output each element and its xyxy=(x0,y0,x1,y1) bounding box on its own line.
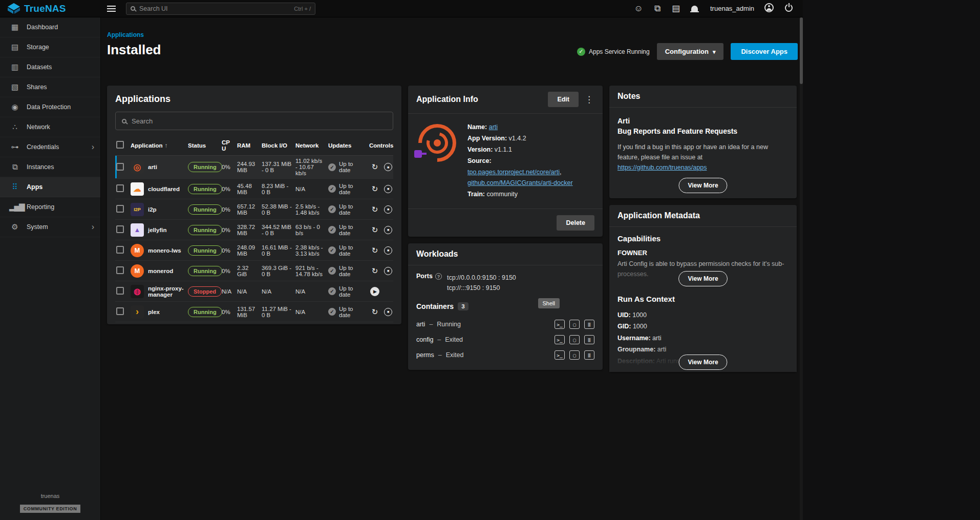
stop-app-button[interactable]: ■ xyxy=(382,245,394,256)
sidebar-item[interactable]: ▥ Datasets xyxy=(0,57,100,77)
notes-view-more-button[interactable]: View More xyxy=(678,178,727,193)
row-checkbox[interactable] xyxy=(116,184,124,192)
sidebar-item[interactable]: ∴ Network xyxy=(0,117,100,137)
power-menu-button[interactable] xyxy=(784,3,794,14)
discover-apps-button[interactable]: Discover Apps xyxy=(731,43,798,60)
source-link-1[interactable]: tpo.pages.torproject.net/core/arti xyxy=(467,169,560,176)
application-table-row[interactable]: › plex Running 0% 131.57 MiB 11.27 MiB -… xyxy=(115,302,393,322)
sidebar-item[interactable]: ⊶ Credentials › xyxy=(0,137,100,157)
scrollbar-thumb[interactable] xyxy=(800,17,803,84)
start-app-button[interactable]: ▶ xyxy=(369,286,380,297)
container-volumes-button[interactable]: ▢ xyxy=(569,320,580,329)
row-checkbox[interactable] xyxy=(116,246,124,254)
configuration-button[interactable]: Configuration▾ xyxy=(657,43,724,60)
app-icon: M xyxy=(131,264,144,278)
row-checkbox[interactable] xyxy=(116,266,124,274)
delete-button[interactable]: Delete xyxy=(557,215,594,231)
container-shell-button[interactable]: >_ xyxy=(555,350,565,360)
container-shell-button[interactable]: >_ xyxy=(555,320,565,329)
sidebar-item[interactable]: ▦ Dashboard xyxy=(0,17,100,37)
application-table-row[interactable]: ☁ cloudflared Running 0% 45.48 MiB 8.23 … xyxy=(115,179,393,199)
container-logs-button[interactable]: ≣ xyxy=(584,350,594,360)
application-table-row[interactable]: ◎ arti Running 0% 244.93 MiB 137.31 MiB … xyxy=(115,156,393,179)
global-search[interactable]: Ctrl + / xyxy=(126,3,315,15)
applications-search-input[interactable] xyxy=(132,117,387,125)
restart-icon: ↻ xyxy=(372,205,378,214)
restart-icon: ↻ xyxy=(372,266,378,276)
feedback-button[interactable]: ☺ xyxy=(633,3,644,14)
cell-ram: 131.57 MiB xyxy=(237,304,262,320)
sidebar-item[interactable]: ◉ Data Protection xyxy=(0,97,100,117)
terminal-icon: >_ xyxy=(557,337,562,343)
breadcrumb[interactable]: Applications xyxy=(107,31,144,38)
global-search-input[interactable] xyxy=(139,5,290,12)
application-table-row[interactable]: M monero-lws Running 0% 248.09 MiB 16.61… xyxy=(115,240,393,261)
cell-cpu: 0% xyxy=(222,225,237,235)
stop-app-button[interactable]: ■ xyxy=(382,306,394,318)
container-volumes-button[interactable]: ▢ xyxy=(569,335,580,344)
column-header-application[interactable]: Application↑ xyxy=(131,140,188,151)
metadata-field-value: arti xyxy=(657,346,666,353)
container-name: arti xyxy=(416,321,425,328)
container-volumes-button[interactable]: ▢ xyxy=(569,350,580,360)
column-header-network[interactable]: Network xyxy=(295,140,328,151)
column-header-status[interactable]: Status xyxy=(188,140,222,151)
application-info-title: Application Info xyxy=(416,95,548,104)
column-header-cpu[interactable]: CPU xyxy=(222,137,237,154)
sidebar-item[interactable]: ▂▅▇ Reporting xyxy=(0,197,100,217)
app-name-link[interactable]: arti xyxy=(489,123,498,131)
stop-app-button[interactable]: ■ xyxy=(382,183,394,195)
edit-button[interactable]: Edit xyxy=(548,92,579,107)
up-to-date-check-icon: ✓ xyxy=(328,287,336,295)
notes-issues-link[interactable]: https://github.com/truenas/apps xyxy=(617,164,707,171)
shell-tooltip: Shell xyxy=(538,298,560,308)
column-header-block-io[interactable]: Block I/O xyxy=(262,140,295,151)
user-menu-button[interactable] xyxy=(763,2,775,15)
source-link-2[interactable]: github.com/MAGICGrants/arti-docker xyxy=(467,179,573,186)
truenas-logo[interactable]: TrueNAS xyxy=(0,3,101,14)
row-checkbox[interactable] xyxy=(116,225,124,233)
stop-app-button[interactable]: ■ xyxy=(382,224,394,236)
application-table-row[interactable]: M monerod Running 0% 2.32 GiB 369.3 GiB … xyxy=(115,261,393,281)
update-status-label: Up to date xyxy=(339,224,366,236)
row-checkbox[interactable] xyxy=(116,307,124,315)
capabilities-view-more-button[interactable]: View More xyxy=(678,271,727,286)
container-logs-button[interactable]: ≣ xyxy=(584,320,594,329)
restart-app-button[interactable]: ↻ xyxy=(369,265,380,277)
sidebar-item[interactable]: ⚙ System › xyxy=(0,217,100,237)
menu-toggle-button[interactable] xyxy=(106,5,117,12)
restart-app-button[interactable]: ↻ xyxy=(369,183,380,195)
application-table-row[interactable]: I2P i2p Running 0% 657.12 MiB 52.38 MiB … xyxy=(115,199,393,220)
row-checkbox[interactable] xyxy=(116,163,124,171)
info-icon[interactable]: ? xyxy=(435,273,442,280)
alerts-button[interactable] xyxy=(690,3,699,14)
sidebar-item[interactable]: ▧ Shares xyxy=(0,77,100,97)
status-badge: Running xyxy=(188,204,222,215)
restart-app-button[interactable]: ↻ xyxy=(369,306,380,318)
row-checkbox[interactable] xyxy=(116,205,124,213)
sidebar-item[interactable]: ▤ Storage xyxy=(0,37,100,57)
stop-app-button[interactable]: ■ xyxy=(382,161,394,173)
container-logs-button[interactable]: ≣ xyxy=(584,335,594,344)
stop-app-button[interactable]: ■ xyxy=(382,265,394,277)
restart-app-button[interactable]: ↻ xyxy=(369,245,380,256)
applications-search[interactable] xyxy=(115,112,393,130)
stop-app-button[interactable]: ■ xyxy=(382,204,394,215)
sidebar-item[interactable]: ⧉ Instances xyxy=(0,157,100,177)
application-table-row[interactable]: ▲ jellyfin Running 0% 328.72 MiB 344.52 … xyxy=(115,220,393,240)
column-header-updates[interactable]: Updates xyxy=(328,140,369,151)
jobs-button[interactable]: ▤ xyxy=(671,3,681,14)
select-all-checkbox[interactable] xyxy=(116,141,124,149)
column-header-ram[interactable]: RAM xyxy=(237,140,262,151)
run-as-view-more-button[interactable]: View More xyxy=(678,355,727,370)
row-checkbox[interactable] xyxy=(116,287,124,295)
kebab-menu-button[interactable]: ⋮ xyxy=(584,94,594,105)
restart-app-button[interactable]: ↻ xyxy=(369,224,380,236)
stop-icon: ■ xyxy=(384,205,392,214)
restart-app-button[interactable]: ↻ xyxy=(369,204,380,215)
restart-app-button[interactable]: ↻ xyxy=(369,161,380,173)
container-shell-button[interactable]: >_ xyxy=(555,335,565,344)
checkup-button[interactable]: ⧉ xyxy=(653,3,662,14)
sidebar-item[interactable]: ⠿ Apps xyxy=(0,177,100,197)
application-table-row[interactable]: ◍ nginx-proxy-manager Stopped N/A N/A N/… xyxy=(115,281,393,302)
